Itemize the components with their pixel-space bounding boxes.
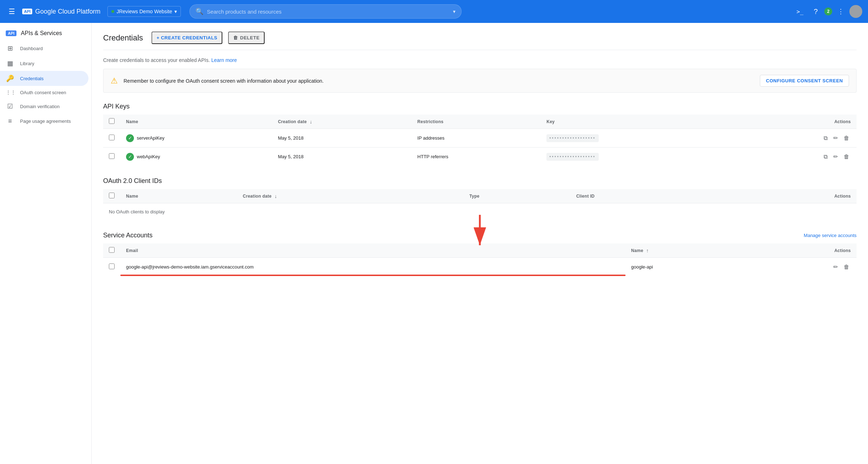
sidebar-section-title: APIs & Services	[21, 30, 62, 37]
help-button[interactable]: ?	[809, 4, 823, 19]
dashboard-icon: ⊞	[6, 44, 14, 52]
credentials-icon: 🔑	[6, 74, 14, 82]
api-key-row-checkbox[interactable]	[109, 153, 115, 159]
domain-icon: ☑	[6, 102, 14, 110]
sidebar-item-label: Library	[20, 61, 34, 66]
notifications-button[interactable]: 2	[824, 8, 832, 15]
sidebar-item-label: Page usage agreements	[20, 119, 71, 124]
oauth-type-header: Type	[464, 189, 570, 203]
api-key-name: webApiKey	[137, 154, 160, 159]
api-key-date-cell: May 5, 2018	[272, 129, 411, 148]
sa-name-sort-asc-icon: ↑	[646, 248, 648, 253]
sa-checkbox-header	[103, 243, 120, 258]
avatar[interactable]	[849, 5, 862, 18]
sidebar-item-page-usage[interactable]: ≡ Page usage agreements	[0, 114, 88, 129]
edit-icon[interactable]: ✏	[832, 152, 839, 161]
delete-icon: 🗑	[233, 35, 238, 40]
sidebar-item-label: Domain verification	[20, 104, 60, 109]
search-input[interactable]	[207, 9, 449, 15]
page-title: Credentials	[103, 33, 143, 43]
warning-banner-content: ⚠ Remember to configure the OAuth consen…	[111, 76, 754, 86]
top-navigation: ☰ API Google Cloud Platform JReviews Dem…	[0, 0, 868, 23]
sa-email-cell: google-api@jreviews-demo-website.iam.gse…	[120, 258, 626, 276]
active-status-icon: ✓	[126, 153, 134, 161]
api-key-key-cell: ••••••••••••••••••	[541, 129, 734, 148]
warning-text: Remember to configure the OAuth consent …	[124, 78, 324, 84]
project-status-dot	[111, 10, 114, 13]
api-key-key-cell: ••••••••••••••••••	[541, 148, 734, 166]
api-keys-key-header: Key	[541, 115, 734, 129]
api-keys-section-title: API Keys	[103, 103, 857, 110]
copy-icon[interactable]: ⧉	[822, 152, 829, 161]
configure-consent-screen-button[interactable]: CONFIGURE CONSENT SCREEN	[760, 75, 849, 87]
oauth-checkbox-header	[103, 189, 120, 203]
create-credentials-label: + CREATE CREDENTIALS	[156, 35, 217, 40]
api-keys-name-header: Name	[120, 115, 272, 129]
oauth-empty-text: No OAuth clients to display	[109, 209, 165, 214]
manage-service-accounts-link[interactable]: Manage service accounts	[804, 233, 857, 238]
oauth-client-id-header: Client ID	[570, 189, 718, 203]
nav-actions: >_ ? 2 ⋮	[793, 4, 862, 19]
sidebar-item-label: Dashboard	[20, 46, 43, 51]
learn-more-link[interactable]: Learn more	[211, 57, 237, 63]
api-key-obscured-value: ••••••••••••••••••	[546, 134, 599, 142]
sa-actions-header: Actions	[746, 243, 857, 258]
notification-count: 2	[827, 9, 830, 14]
sa-email-header: Email	[120, 243, 626, 258]
info-text: Create credentials to access your enable…	[103, 57, 857, 63]
gcp-logo: API Google Cloud Platform	[22, 8, 100, 15]
sa-name-header[interactable]: Name ↑	[626, 243, 746, 258]
red-underline-annotation	[120, 275, 626, 276]
edit-icon[interactable]: ✏	[832, 133, 839, 143]
project-chevron-icon: ▾	[174, 9, 177, 14]
hamburger-menu-icon[interactable]: ☰	[6, 4, 18, 19]
table-row: ✓ serverApiKey May 5, 2018 IP addresses …	[103, 129, 857, 148]
sidebar-item-domain-verification[interactable]: ☑ Domain verification	[0, 99, 88, 114]
sidebar-item-credentials[interactable]: 🔑 Credentials	[0, 71, 88, 86]
gcp-logo-text: Google Cloud Platform	[35, 8, 100, 15]
api-key-row-checkbox[interactable]	[109, 135, 115, 140]
warning-icon: ⚠	[111, 76, 118, 86]
page-usage-icon: ≡	[6, 117, 14, 125]
service-accounts-table: Email Name ↑ Actions	[103, 243, 857, 276]
delete-row-icon[interactable]: 🗑	[842, 262, 851, 272]
copy-icon[interactable]: ⧉	[822, 134, 829, 143]
more-options-button[interactable]: ⋮	[834, 4, 848, 19]
api-key-name-cell: ✓ webApiKey	[120, 148, 272, 166]
create-credentials-button[interactable]: + CREATE CREDENTIALS	[151, 32, 222, 44]
header-actions: + CREATE CREDENTIALS 🗑 DELETE	[151, 32, 265, 44]
oauth-creation-date-header[interactable]: Creation date ↓	[237, 189, 464, 203]
search-bar: 🔍 ▾	[189, 4, 462, 19]
api-key-name-cell: ✓ serverApiKey	[120, 129, 272, 148]
help-icon: ?	[814, 8, 818, 16]
edit-icon[interactable]: ✏	[832, 262, 839, 272]
sa-row-checkbox[interactable]	[109, 264, 115, 269]
sa-select-all-checkbox[interactable]	[109, 247, 115, 253]
oauth-icon: ⋮⋮	[6, 90, 14, 95]
oauth-select-all-checkbox[interactable]	[109, 193, 115, 198]
row-checkbox-cell	[103, 148, 120, 166]
project-name: JReviews Demo Website	[116, 9, 172, 14]
app-body: API APIs & Services ⊞ Dashboard ▦ Librar…	[0, 23, 868, 464]
sidebar: API APIs & Services ⊞ Dashboard ▦ Librar…	[0, 23, 92, 464]
delete-row-icon[interactable]: 🗑	[842, 152, 851, 161]
terminal-button[interactable]: >_	[793, 4, 807, 19]
api-keys-creation-date-header[interactable]: Creation date ↓	[272, 115, 411, 129]
oauth-table: Name Creation date ↓ Type Client	[103, 189, 857, 220]
service-accounts-header: Service Accounts Manage service accounts	[103, 232, 857, 239]
search-icon: 🔍	[196, 8, 203, 15]
project-selector[interactable]: JReviews Demo Website ▾	[107, 6, 180, 17]
api-keys-checkbox-header	[103, 115, 120, 129]
table-row: google-api@jreviews-demo-website.iam.gse…	[103, 258, 857, 276]
sidebar-item-dashboard[interactable]: ⊞ Dashboard	[0, 41, 88, 56]
sidebar-item-library[interactable]: ▦ Library	[0, 56, 88, 71]
delete-label: DELETE	[240, 35, 260, 40]
delete-button[interactable]: 🗑 DELETE	[228, 32, 265, 44]
api-key-restrictions-cell: IP addresses	[412, 129, 541, 148]
delete-row-icon[interactable]: 🗑	[842, 134, 851, 143]
oauth-section-title: OAuth 2.0 Client IDs	[103, 177, 857, 185]
page-header: Credentials + CREATE CREDENTIALS 🗑 DELET…	[103, 32, 857, 50]
api-key-date-cell: May 5, 2018	[272, 148, 411, 166]
sidebar-item-oauth[interactable]: ⋮⋮ OAuth consent screen	[0, 86, 88, 99]
api-keys-select-all-checkbox[interactable]	[109, 118, 115, 124]
